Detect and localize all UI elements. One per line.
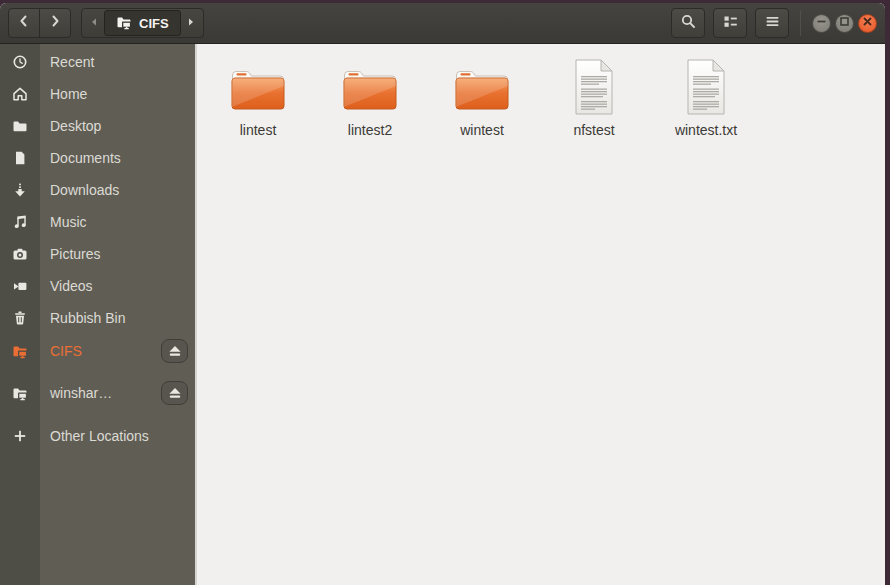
chevron-right-icon: [47, 13, 63, 33]
file-item-label: nfstest: [573, 122, 614, 138]
sidebar-item-label: Rubbish Bin: [40, 310, 126, 326]
sidebar-item-documents[interactable]: Documents: [0, 142, 195, 174]
folder-icon: [341, 57, 399, 117]
sidebar-item-label: Recent: [40, 54, 94, 70]
sidebar-item-label: Desktop: [40, 118, 101, 134]
maximize-button[interactable]: [835, 14, 854, 33]
sidebar-item-videos[interactable]: Videos: [0, 270, 195, 302]
file-item-label: wintest.txt: [675, 122, 737, 138]
sidebar: Recent Home Desktop Documents Downloads: [0, 44, 195, 585]
back-button[interactable]: [8, 8, 40, 38]
window-controls: [812, 14, 877, 33]
folder-icon: [453, 57, 511, 117]
sidebar-item-desktop[interactable]: Desktop: [0, 110, 195, 142]
clock-icon: [0, 54, 40, 70]
path-scroll-left-button[interactable]: [85, 10, 102, 36]
sidebar-item-music[interactable]: Music: [0, 206, 195, 238]
music-notes-icon: [0, 214, 40, 230]
chevron-left-icon: [16, 13, 32, 33]
eject-button-cifs[interactable]: [161, 339, 188, 363]
sidebar-item-label: Videos: [40, 278, 93, 294]
file-item-wintest[interactable]: wintest: [430, 57, 534, 138]
network-folder-icon: [0, 385, 40, 401]
close-icon: [859, 13, 876, 34]
view-list-icon: [722, 13, 739, 34]
download-arrow-icon: [0, 182, 40, 198]
path-segment-current[interactable]: CIFS: [104, 10, 181, 36]
camcorder-icon: [0, 278, 40, 294]
sidebar-item-label: CIFS: [40, 343, 82, 359]
triangle-right-icon: [185, 14, 197, 32]
network-folder-icon: [0, 343, 40, 359]
sidebar-item-recent[interactable]: Recent: [0, 46, 195, 78]
view-options-button[interactable]: [713, 8, 747, 38]
file-item-lintest2[interactable]: lintest2: [318, 57, 422, 138]
sidebar-item-label: Music: [40, 214, 87, 230]
folder-icon: [0, 118, 40, 134]
toolbar: CIFS: [0, 3, 885, 44]
triangle-left-icon: [88, 14, 100, 32]
search-button[interactable]: [671, 8, 705, 38]
hamburger-menu-icon: [764, 13, 781, 34]
toolbar-separator: [800, 10, 801, 36]
eject-icon: [167, 343, 183, 359]
toolbar-actions: [671, 8, 789, 38]
network-folder-icon: [116, 14, 132, 33]
text-file-icon: [571, 57, 617, 117]
text-file-icon: [683, 57, 729, 117]
trash-icon: [0, 310, 40, 326]
eject-icon: [167, 385, 183, 401]
home-icon: [0, 86, 40, 102]
file-item-label: lintest2: [348, 122, 392, 138]
document-icon: [0, 150, 40, 166]
file-manager-window: CIFS: [0, 3, 885, 585]
sidebar-item-downloads[interactable]: Downloads: [0, 174, 195, 206]
plus-icon: [0, 428, 40, 444]
menu-button[interactable]: [755, 8, 789, 38]
eject-button-winshare[interactable]: [161, 381, 188, 405]
sidebar-item-winshare[interactable]: winshar…: [0, 372, 195, 414]
sidebar-item-label: Other Locations: [40, 428, 149, 444]
sidebar-item-pictures[interactable]: Pictures: [0, 238, 195, 270]
sidebar-item-other-locations[interactable]: Other Locations: [0, 418, 195, 454]
file-item-label: lintest: [240, 122, 277, 138]
folder-icon: [229, 57, 287, 117]
camera-icon: [0, 246, 40, 262]
forward-button[interactable]: [39, 8, 71, 38]
file-item-lintest[interactable]: lintest: [206, 57, 310, 138]
sidebar-item-label: Home: [40, 86, 87, 102]
sidebar-item-rubbish-bin[interactable]: Rubbish Bin: [0, 302, 195, 334]
minimize-button[interactable]: [812, 14, 831, 33]
close-button[interactable]: [858, 14, 877, 33]
maximize-icon: [836, 13, 853, 34]
sidebar-item-label: Documents: [40, 150, 121, 166]
file-item-label: wintest: [460, 122, 504, 138]
sidebar-item-label: winshar…: [40, 385, 112, 401]
file-view[interactable]: lintest lintest2: [195, 44, 885, 585]
sidebar-item-home[interactable]: Home: [0, 78, 195, 110]
sidebar-item-label: Pictures: [40, 246, 101, 262]
search-icon: [680, 13, 697, 34]
sidebar-item-cifs[interactable]: CIFS: [0, 334, 195, 368]
path-scroll-right-button[interactable]: [183, 10, 200, 36]
nav-buttons: [8, 8, 71, 38]
file-item-nfstest[interactable]: nfstest: [542, 57, 646, 138]
file-item-wintest-txt[interactable]: wintest.txt: [654, 57, 758, 138]
minimize-icon: [813, 13, 830, 34]
path-bar: CIFS: [81, 8, 204, 38]
path-segment-label: CIFS: [139, 16, 169, 31]
sidebar-item-label: Downloads: [40, 182, 119, 198]
